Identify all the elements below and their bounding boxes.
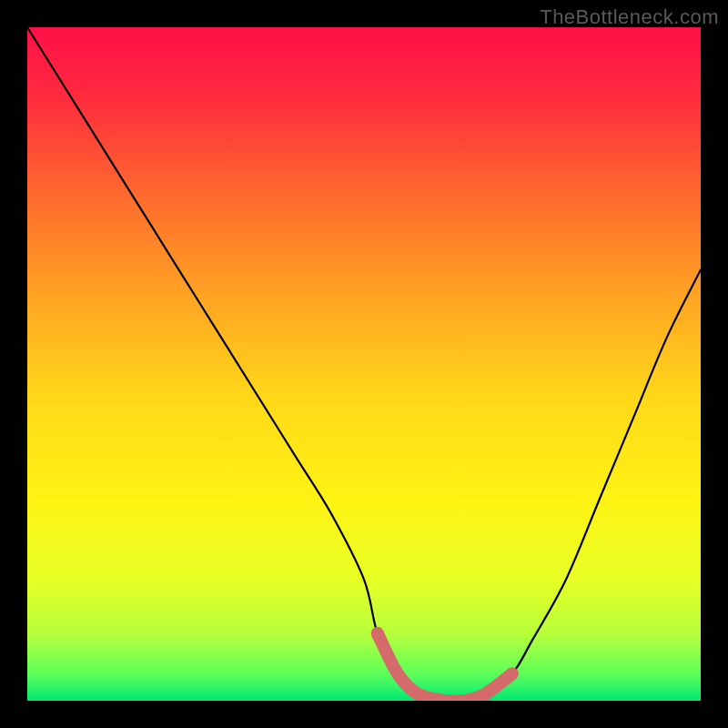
highlight-path bbox=[378, 633, 512, 701]
bottleneck-curve bbox=[27, 27, 701, 701]
chart-frame: TheBottleneck.com bbox=[0, 0, 728, 728]
curve-path bbox=[27, 27, 701, 701]
highlight-dot-right bbox=[506, 667, 519, 680]
plot-area bbox=[27, 27, 701, 701]
watermark-text: TheBottleneck.com bbox=[540, 5, 719, 29]
highlight-dot-left bbox=[371, 627, 384, 640]
